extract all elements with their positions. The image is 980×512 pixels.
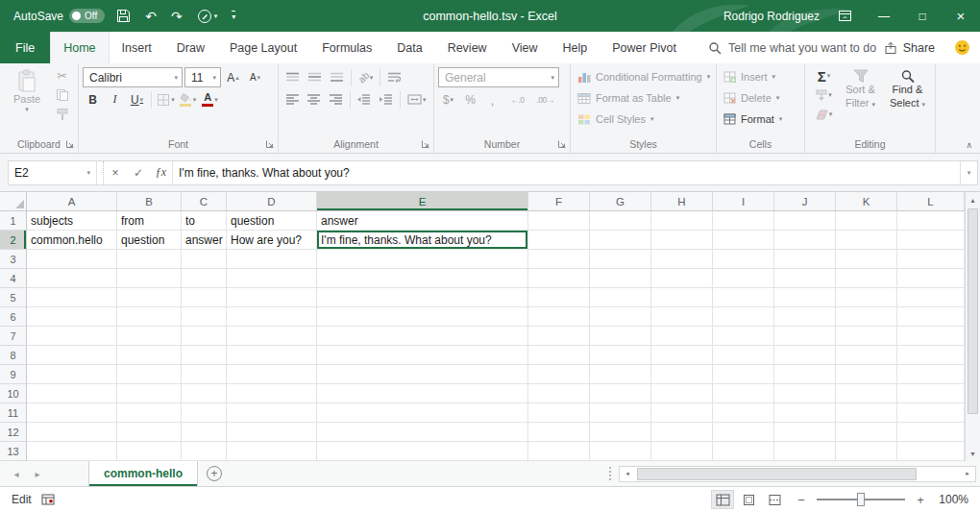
- column-header-I[interactable]: I: [713, 192, 774, 211]
- cell-I11[interactable]: [713, 403, 774, 423]
- zoom-out-button[interactable]: −: [795, 493, 808, 507]
- cell-I3[interactable]: [713, 250, 774, 269]
- scroll-up-button[interactable]: ▲: [966, 192, 980, 207]
- cell-F3[interactable]: [528, 250, 590, 269]
- cell-K3[interactable]: [836, 250, 897, 269]
- cell-H2[interactable]: [651, 231, 713, 250]
- formula-bar-resize-handle[interactable]: [97, 161, 104, 184]
- cell-K2[interactable]: [836, 231, 897, 250]
- row-header-1[interactable]: 1: [0, 211, 27, 231]
- cell-E8[interactable]: [317, 346, 528, 365]
- row-header-2[interactable]: 2: [0, 231, 27, 250]
- decrease-indent-button[interactable]: [355, 89, 375, 110]
- sort-filter-button[interactable]: Sort & Filter ▾: [837, 66, 884, 135]
- cell-J1[interactable]: [774, 211, 836, 231]
- cell-G10[interactable]: [590, 384, 651, 403]
- row-header-5[interactable]: 5: [0, 288, 27, 307]
- cell-C7[interactable]: [182, 327, 227, 346]
- cell-D4[interactable]: [227, 269, 317, 288]
- cell-C6[interactable]: [182, 307, 227, 327]
- cell-B5[interactable]: [117, 288, 182, 307]
- enter-button[interactable]: ✓: [127, 161, 150, 184]
- ribbon-tab-data[interactable]: Data: [384, 32, 434, 63]
- customize-quick-access-toolbar-button[interactable]: ▾: [229, 9, 238, 23]
- cell-H11[interactable]: [651, 403, 713, 423]
- fill-color-button[interactable]: ▾: [178, 89, 198, 110]
- cell-C8[interactable]: [182, 346, 227, 365]
- cell-H13[interactable]: [651, 442, 713, 461]
- cell-B10[interactable]: [117, 384, 182, 403]
- cell-C11[interactable]: [182, 403, 227, 423]
- align-right-button[interactable]: [326, 89, 346, 110]
- cell-styles-button[interactable]: Cell Styles ▾: [575, 109, 656, 130]
- cell-A2[interactable]: common.hello: [27, 231, 117, 250]
- cell-J3[interactable]: [774, 250, 836, 269]
- vertical-scroll-thumb[interactable]: [968, 208, 978, 414]
- cell-F1[interactable]: [528, 211, 590, 231]
- cell-K12[interactable]: [836, 423, 897, 442]
- cell-L4[interactable]: [897, 269, 965, 288]
- increase-indent-button[interactable]: [376, 89, 396, 110]
- cell-F8[interactable]: [528, 346, 590, 365]
- cell-D12[interactable]: [227, 423, 317, 442]
- sheet-tab-common-hello[interactable]: common-hello: [88, 461, 198, 486]
- cell-B9[interactable]: [117, 365, 182, 384]
- zoom-slider-thumb[interactable]: [857, 493, 865, 506]
- vertical-scrollbar[interactable]: ▲ ▼: [965, 192, 980, 461]
- cell-I5[interactable]: [713, 288, 774, 307]
- cell-E7[interactable]: [317, 327, 528, 346]
- grow-font-button[interactable]: A▴: [223, 67, 243, 87]
- cancel-button[interactable]: ×: [104, 161, 127, 184]
- cell-K10[interactable]: [836, 384, 897, 403]
- cell-D11[interactable]: [227, 403, 317, 423]
- cell-L13[interactable]: [897, 442, 965, 461]
- cell-A3[interactable]: [27, 250, 117, 269]
- cell-J6[interactable]: [774, 307, 836, 327]
- normal-view-button[interactable]: [711, 490, 734, 509]
- cell-A9[interactable]: [27, 365, 117, 384]
- cell-H1[interactable]: [651, 211, 713, 231]
- cell-F7[interactable]: [528, 327, 590, 346]
- cell-C4[interactable]: [182, 269, 227, 288]
- cell-H4[interactable]: [651, 269, 713, 288]
- ribbon-tab-help[interactable]: Help: [551, 32, 600, 63]
- cell-C13[interactable]: [182, 442, 227, 461]
- cell-C3[interactable]: [182, 250, 227, 269]
- cell-G3[interactable]: [590, 250, 651, 269]
- cell-I7[interactable]: [713, 327, 774, 346]
- number-format-combo[interactable]: General ▾: [438, 67, 559, 87]
- cell-A5[interactable]: [27, 288, 117, 307]
- cell-E9[interactable]: [317, 365, 528, 384]
- cell-I1[interactable]: [713, 211, 774, 231]
- cell-H10[interactable]: [651, 384, 713, 403]
- undo-button[interactable]: ↶: [142, 8, 159, 25]
- merge-center-button[interactable]: ▾: [404, 89, 429, 110]
- align-center-button[interactable]: [305, 89, 325, 110]
- row-header-9[interactable]: 9: [0, 365, 27, 384]
- italic-button[interactable]: I: [105, 89, 125, 110]
- cell-A7[interactable]: [27, 327, 117, 346]
- cell-B6[interactable]: [117, 307, 182, 327]
- cell-E11[interactable]: [317, 403, 528, 423]
- column-header-K[interactable]: K: [836, 192, 897, 211]
- row-header-6[interactable]: 6: [0, 307, 27, 327]
- cell-C10[interactable]: [182, 384, 227, 403]
- row-header-8[interactable]: 8: [0, 346, 27, 365]
- cell-I13[interactable]: [713, 442, 774, 461]
- cell-C5[interactable]: [182, 288, 227, 307]
- format-painter-button[interactable]: [52, 105, 72, 124]
- cell-G7[interactable]: [590, 327, 651, 346]
- increase-decimal-button[interactable]: ←.0: [504, 89, 530, 110]
- autosave-toggle[interactable]: AutoSave Off: [13, 9, 105, 23]
- copy-button[interactable]: [52, 85, 72, 105]
- cell-I8[interactable]: [713, 346, 774, 365]
- cell-B1[interactable]: from: [117, 211, 182, 231]
- cell-K4[interactable]: [836, 269, 897, 288]
- cell-C2[interactable]: answer: [182, 231, 227, 250]
- insert-function-button[interactable]: ƒx: [150, 161, 173, 184]
- column-header-D[interactable]: D: [227, 192, 317, 211]
- row-header-7[interactable]: 7: [0, 327, 27, 346]
- autosave-switch[interactable]: Off: [69, 9, 105, 23]
- cell-L1[interactable]: [897, 211, 965, 231]
- cell-D1[interactable]: question: [227, 211, 317, 231]
